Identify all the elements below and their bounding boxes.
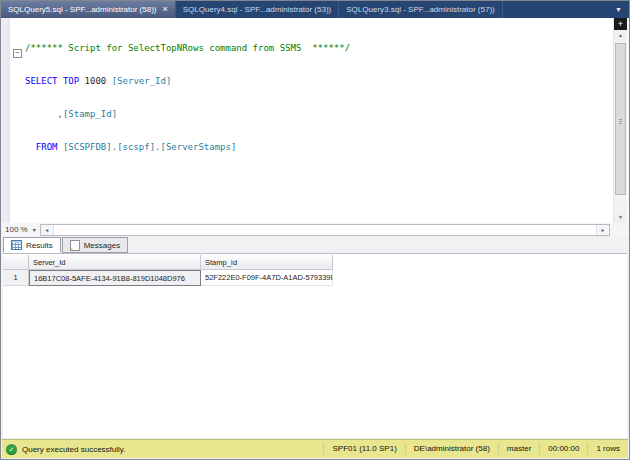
- sql-keyword: FROM: [25, 142, 63, 152]
- tab-sqlquery4[interactable]: SQLQuery4.sql - SPF...administrator (53)…: [176, 1, 340, 18]
- code-line-4: FROM [SCSPFDB].[scspf].[ServerStamps]: [25, 142, 350, 153]
- grid-corner-cell[interactable]: [3, 255, 29, 270]
- code-line-3: ,[Stamp_Id]: [25, 109, 350, 120]
- tab-label: SQLQuery3.sql - SPF...administrator (57)…: [346, 5, 495, 14]
- results-tab-label: Results: [26, 241, 53, 250]
- ssms-query-window: SQLQuery5.sql - SPF...administrator (58)…: [0, 0, 630, 460]
- scroll-left-icon[interactable]: ◄: [41, 225, 54, 235]
- tab-sqlquery5[interactable]: SQLQuery5.sql - SPF...administrator (58)…: [1, 1, 176, 18]
- sql-identifier: [ServerStamps]: [161, 142, 237, 152]
- scroll-grip-icon: [619, 119, 622, 124]
- sql-comment: /****** Script for SelectTopNRows comman…: [25, 43, 350, 53]
- status-bar: ✓ Query executed successfully. SPF01 (11…: [2, 439, 628, 458]
- sql-identifier: [Stamp_Id]: [63, 109, 117, 119]
- vertical-scroll-thumb[interactable]: [615, 43, 626, 195]
- row-number-cell[interactable]: 1: [3, 270, 29, 286]
- status-user: DE\administrator (58): [405, 443, 498, 455]
- zoom-level-value: 100 %: [5, 225, 28, 234]
- results-grid: Server_Id Stamp_Id 1 16B17C08-5AFE-4134-…: [3, 255, 333, 286]
- tab-sqlquery3[interactable]: SQLQuery3.sql - SPF...administrator (57)…: [339, 1, 503, 18]
- tab-label: SQLQuery4.sql - SPF...administrator (53)…: [183, 5, 332, 14]
- zoom-level-dropdown[interactable]: 100 % ▾: [2, 225, 40, 234]
- status-message: Query executed successfully.: [22, 445, 125, 454]
- chevron-down-icon: ▾: [33, 226, 36, 233]
- column-header-stamp-id[interactable]: Stamp_Id: [201, 255, 333, 270]
- editor-vertical-scrollbar[interactable]: + ▲ ▼: [613, 18, 627, 223]
- scroll-down-icon[interactable]: ▼: [614, 212, 627, 223]
- messages-page-icon: [70, 240, 80, 251]
- splitter-plus-icon[interactable]: +: [614, 18, 627, 30]
- scroll-up-icon[interactable]: ▲: [614, 30, 627, 41]
- tab-messages[interactable]: Messages: [62, 237, 128, 253]
- results-pane: Server_Id Stamp_Id 1 16B17C08-5AFE-4134-…: [3, 253, 627, 438]
- editor-horizontal-scrollbar[interactable]: ◄ ►: [40, 224, 610, 236]
- vertical-scroll-track[interactable]: [614, 41, 627, 212]
- horizontal-scroll-track[interactable]: [54, 225, 596, 235]
- outline-collapse-icon[interactable]: −: [13, 49, 22, 58]
- success-check-icon: ✓: [6, 444, 17, 455]
- status-bar-details: SPF01 (11.0 SP1) DE\administrator (58) m…: [323, 440, 628, 458]
- document-tab-bar: SQLQuery5.sql - SPF...administrator (58)…: [1, 1, 629, 18]
- sql-punctuation: ,: [25, 109, 63, 119]
- status-database: master: [498, 443, 539, 455]
- status-elapsed-time: 00:00:00: [539, 443, 587, 455]
- sql-keyword: SELECT TOP: [25, 76, 85, 86]
- tab-results[interactable]: Results: [3, 237, 61, 253]
- sql-number: 1000: [85, 76, 112, 86]
- cell-server-id[interactable]: 16B17C08-5AFE-4134-91B8-819D1048D976: [29, 270, 201, 286]
- sql-code: /****** Script for SelectTopNRows comman…: [25, 21, 350, 175]
- sql-identifier: [Server_Id]: [112, 76, 172, 86]
- status-server: SPF01 (11.0 SP1): [323, 443, 404, 455]
- scroll-right-icon[interactable]: ►: [596, 225, 609, 235]
- code-line-1: /****** Script for SelectTopNRows comman…: [25, 43, 350, 54]
- results-tab-strip: Results Messages: [3, 237, 627, 253]
- grid-header-row: Server_Id Stamp_Id: [3, 255, 333, 270]
- editor-selection-margin: [2, 18, 10, 223]
- query-editor[interactable]: − /****** Script for SelectTopNRows comm…: [2, 18, 628, 223]
- sql-identifier: [scspf]: [117, 142, 155, 152]
- editor-bottom-bar: 100 % ▾ ◄ ►: [2, 223, 628, 236]
- tab-label: SQLQuery5.sql - SPF...administrator (58)…: [8, 5, 157, 14]
- code-line-2: SELECT TOP 1000 [Server_Id]: [25, 76, 350, 87]
- messages-tab-label: Messages: [84, 241, 120, 250]
- column-header-server-id[interactable]: Server_Id: [29, 255, 201, 270]
- tab-overflow-chevron-icon[interactable]: ▼: [608, 1, 629, 18]
- results-grid-icon: [11, 240, 22, 250]
- cell-stamp-id[interactable]: 52F222E0-F09F-4A7D-A1AD-579339DC4B18: [201, 270, 333, 286]
- close-icon[interactable]: ×: [163, 5, 168, 14]
- table-row: 1 16B17C08-5AFE-4134-91B8-819D1048D976 5…: [3, 270, 333, 286]
- status-row-count: 1 rows: [587, 443, 628, 455]
- sql-identifier: [SCSPFDB]: [63, 142, 112, 152]
